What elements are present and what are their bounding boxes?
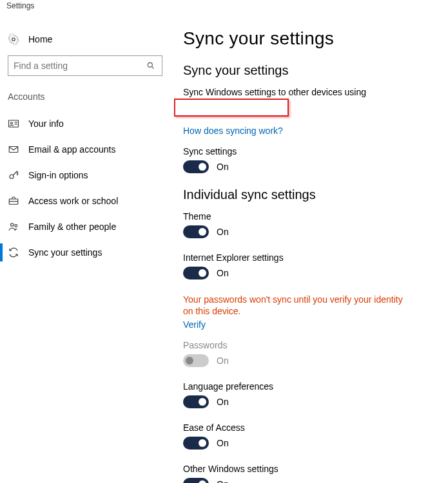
- sync-description: Sync Windows settings to other devices u…: [183, 87, 429, 97]
- sidebar-item-label: Your info: [28, 118, 64, 129]
- language-toggle[interactable]: [183, 395, 209, 408]
- sidebar-item-label: Access work or school: [28, 196, 118, 206]
- sync-settings-toggle[interactable]: [183, 160, 209, 173]
- person-card-icon: [8, 118, 19, 129]
- sidebar-item-label: Family & other people: [28, 222, 116, 232]
- sidebar-item-your-info[interactable]: Your info: [6, 111, 168, 137]
- ie-label: Internet Explorer settings: [183, 252, 429, 263]
- ease-state: On: [217, 438, 229, 448]
- other-toggle[interactable]: [183, 478, 209, 483]
- svg-rect-8: [9, 147, 18, 153]
- ease-toggle[interactable]: [183, 437, 209, 450]
- section-heading-sync: Sync your settings: [183, 63, 429, 78]
- main-panel: Sync your settings Sync your settings Sy…: [168, 15, 448, 483]
- passwords-label: Passwords: [183, 340, 429, 350]
- home-label: Home: [28, 34, 52, 44]
- sidebar-item-work-school[interactable]: Access work or school: [6, 188, 168, 214]
- language-state: On: [217, 397, 229, 407]
- sidebar-item-label: Sign-in options: [28, 170, 88, 180]
- svg-line-3: [151, 66, 153, 68]
- sync-settings-label: Sync settings: [183, 146, 429, 156]
- window-title: Settings: [6, 1, 34, 10]
- sidebar-item-signin-options[interactable]: Sign-in options: [6, 162, 168, 188]
- svg-point-5: [11, 122, 13, 124]
- theme-state: On: [217, 227, 229, 237]
- highlighted-account-box: [174, 99, 289, 117]
- sync-icon: [8, 247, 19, 258]
- password-sync-warning: Your passwords won't sync until you veri…: [183, 294, 415, 317]
- ie-toggle[interactable]: [183, 267, 209, 279]
- search-field[interactable]: [14, 61, 145, 71]
- verify-link[interactable]: Verify: [183, 319, 206, 330]
- svg-point-12: [11, 223, 14, 227]
- theme-label: Theme: [183, 211, 429, 222]
- other-state: On: [217, 479, 229, 483]
- theme-toggle[interactable]: [183, 225, 209, 238]
- other-label: Other Windows settings: [183, 464, 429, 474]
- sidebar: Home Accounts Your info Email & app acco…: [0, 15, 168, 483]
- sync-settings-state: On: [217, 162, 229, 172]
- briefcase-icon: [8, 195, 19, 207]
- sidebar-section-label: Accounts: [6, 88, 168, 111]
- help-link[interactable]: How does syncing work?: [183, 126, 283, 136]
- sidebar-item-label: Email & app accounts: [28, 144, 115, 155]
- svg-point-13: [15, 225, 17, 227]
- passwords-toggle: [183, 354, 209, 367]
- sidebar-item-sync-settings[interactable]: Sync your settings: [6, 240, 168, 265]
- svg-point-2: [148, 62, 152, 67]
- home-nav[interactable]: Home: [6, 28, 168, 53]
- ease-label: Ease of Access: [183, 422, 429, 433]
- ie-state: On: [217, 268, 229, 278]
- section-heading-individual: Individual sync settings: [183, 187, 429, 202]
- passwords-state: On: [217, 355, 229, 366]
- window-titlebar: Settings: [0, 0, 448, 15]
- key-icon: [8, 169, 19, 181]
- svg-point-0: [12, 38, 15, 41]
- sidebar-item-email-accounts[interactable]: Email & app accounts: [6, 137, 168, 162]
- language-label: Language preferences: [183, 381, 429, 392]
- page-title: Sync your settings: [183, 28, 429, 49]
- search-input[interactable]: [8, 55, 162, 76]
- people-icon: [8, 221, 19, 232]
- sidebar-item-label: Sync your settings: [28, 247, 102, 258]
- sidebar-item-family[interactable]: Family & other people: [6, 214, 168, 240]
- svg-point-9: [10, 175, 14, 178]
- gear-icon: [8, 33, 19, 45]
- search-icon: [145, 60, 157, 71]
- mail-icon: [8, 144, 19, 155]
